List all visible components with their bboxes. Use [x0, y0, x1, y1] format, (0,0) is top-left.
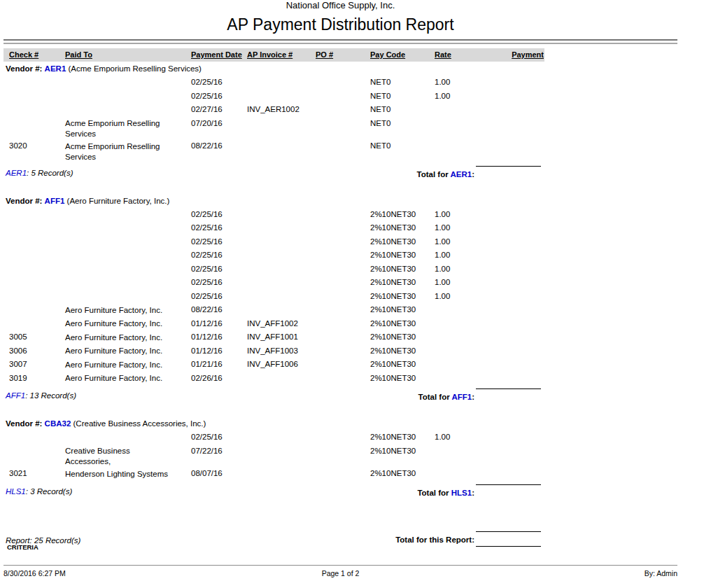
footer-by-user: By: Admin	[645, 569, 677, 578]
cell-payment	[474, 208, 544, 222]
cell-check	[9, 208, 65, 222]
cell-paid-to: Creative Business Accessories,	[65, 444, 191, 468]
cell-date: 02/27/16	[191, 103, 247, 117]
cell-invoice: INV_AFF1001	[247, 330, 316, 344]
vendor-rows: 02/25/16NET01.0002/25/16NET01.0002/27/16…	[3, 76, 675, 162]
total-vendor-id: AFF1	[451, 393, 472, 401]
cell-date: 02/25/16	[191, 76, 247, 90]
cell-check	[9, 221, 65, 235]
report-summary-row: Report: 25 Record(s)Total for this Repor…	[3, 530, 675, 551]
table-row: 02/25/162%10NET301.00	[3, 235, 675, 249]
cell-pay-code: NET0	[370, 139, 435, 162]
vendor-number-label: Vendor #:	[6, 197, 42, 205]
vendor-summary-row: HLS1: 3 Record(s)Total for HLS1:	[3, 484, 675, 500]
cell-date: 08/22/16	[191, 139, 247, 162]
report-page: National Office Supply, Inc. AP Payment …	[0, 0, 704, 588]
cell-date: 07/20/16	[191, 117, 247, 140]
cell-payment	[474, 276, 544, 290]
cell-rate: 1.00	[435, 430, 474, 444]
cell-check: 3020	[9, 139, 65, 162]
cell-po	[316, 330, 370, 344]
cell-invoice	[247, 430, 316, 444]
total-amount-underline	[476, 166, 541, 167]
vendor-summary-row: AFF1: 13 Record(s)Total for AFF1:	[3, 388, 675, 405]
vendor-number-label: Vendor #:	[6, 64, 42, 73]
cell-date: 08/07/16	[191, 467, 247, 481]
cell-pay-code: 2%10NET30	[370, 303, 435, 317]
table-row: 02/25/162%10NET301.00	[3, 262, 675, 276]
vendor-header: Vendor #: CBA32 (Creative Business Acces…	[3, 419, 675, 429]
cell-rate: 1.00	[435, 262, 474, 276]
cell-pay-code: 2%10NET30	[370, 330, 435, 344]
cell-check	[9, 444, 65, 468]
cell-rate: 1.00	[435, 90, 474, 104]
cell-check: 3006	[9, 344, 65, 358]
table-row: 02/25/162%10NET301.00	[3, 276, 675, 290]
cell-date: 01/12/16	[191, 344, 247, 358]
cell-payment	[474, 221, 544, 235]
cell-payment	[474, 139, 544, 162]
vendor-summary-row: AER1: 5 Record(s)Total for AER1:	[3, 165, 675, 182]
cell-paid-to	[65, 103, 191, 117]
cell-invoice: INV_AFF1006	[247, 358, 316, 372]
cell-invoice	[247, 372, 316, 386]
total-prefix: Total for	[418, 393, 451, 401]
column-header-pay-code: Pay Code	[370, 48, 435, 62]
cell-check	[9, 235, 65, 249]
cell-rate: 1.00	[435, 208, 474, 222]
table-row: 02/25/162%10NET301.00	[3, 248, 675, 262]
cell-paid-to	[65, 248, 191, 262]
cell-rate: 1.00	[435, 235, 474, 249]
cell-pay-code: 2%10NET30	[370, 317, 435, 331]
vendor-record-count: AER1: 5 Record(s)	[6, 169, 73, 177]
record-count-vendor-id: HLS1	[6, 487, 26, 496]
vendor-name: (Acme Emporium Reselling Services)	[69, 64, 202, 73]
cell-po	[316, 103, 370, 117]
cell-invoice	[247, 90, 316, 104]
cell-po	[316, 358, 370, 372]
cell-po	[316, 467, 370, 481]
cell-paid-to: Aero Furniture Factory, Inc.	[65, 303, 191, 317]
cell-check: 3005	[9, 330, 65, 344]
record-count-text: : 3 Record(s)	[26, 487, 72, 496]
cell-payment	[474, 358, 544, 372]
table-row: 3005Aero Furniture Factory, Inc.01/12/16…	[3, 330, 675, 344]
total-vendor-id: HLS1	[451, 489, 472, 497]
cell-paid-to	[65, 76, 191, 90]
criteria-label: CRITERIA	[7, 543, 38, 551]
vendor-section-aff1: Vendor #: AFF1 (Aero Furniture Factory, …	[3, 196, 675, 405]
cell-pay-code: 2%10NET30	[370, 221, 435, 235]
cell-date: 08/22/16	[191, 303, 247, 317]
cell-pay-code: 2%10NET30	[370, 248, 435, 262]
cell-payment	[474, 290, 544, 304]
table-row: 3021Henderson Lighting Systems08/07/162%…	[3, 467, 675, 481]
cell-rate	[435, 372, 474, 386]
cell-pay-code: NET0	[370, 117, 435, 140]
cell-date: 02/25/16	[191, 235, 247, 249]
cell-invoice	[247, 235, 316, 249]
title-rule-dark	[3, 39, 677, 41]
cell-pay-code: 2%10NET30	[370, 467, 435, 481]
cell-rate	[435, 303, 474, 317]
vendor-id: AFF1	[45, 197, 65, 205]
cell-check	[9, 117, 65, 140]
cell-paid-to: Aero Furniture Factory, Inc.	[65, 317, 191, 331]
cell-paid-to	[65, 262, 191, 276]
cell-pay-code: 2%10NET30	[370, 444, 435, 468]
table-row: 02/25/16NET01.00	[3, 76, 675, 90]
cell-paid-to	[65, 90, 191, 104]
cell-pay-code: 2%10NET30	[370, 276, 435, 290]
cell-pay-code: NET0	[370, 103, 435, 117]
cell-date: 01/12/16	[191, 317, 247, 331]
cell-check: 3007	[9, 358, 65, 372]
cell-paid-to	[65, 208, 191, 222]
cell-payment	[474, 444, 544, 468]
cell-paid-to: Aero Furniture Factory, Inc.	[65, 330, 191, 344]
cell-po	[316, 317, 370, 331]
vendor-name: (Aero Furniture Factory, Inc.)	[67, 197, 170, 205]
cell-paid-to: Aero Furniture Factory, Inc.	[65, 358, 191, 372]
cell-rate	[435, 344, 474, 358]
vendor-total-label: Total for HLS1:	[417, 489, 474, 497]
column-header-payment: Payment	[474, 48, 544, 62]
cell-payment	[474, 372, 544, 386]
